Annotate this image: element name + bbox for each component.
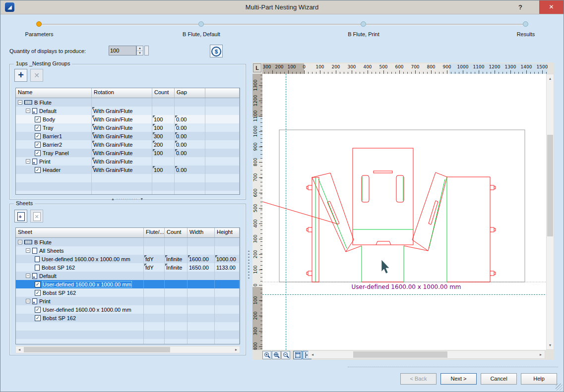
add-group-button[interactable]: +: [14, 69, 27, 82]
collapse-icon[interactable]: −: [18, 240, 22, 244]
show-sheet-margins-button[interactable]: [293, 351, 302, 359]
scroll-up-icon[interactable]: ▴: [547, 76, 554, 81]
column-header-count[interactable]: Count: [165, 228, 188, 237]
count-value[interactable]: Infinite: [166, 256, 182, 262]
collapse-icon[interactable]: −: [26, 248, 30, 253]
scroll-down-icon[interactable]: ▾: [547, 343, 554, 347]
cancel-button[interactable]: Cancel: [481, 373, 517, 385]
gap-value[interactable]: 0.00: [176, 125, 187, 131]
flute-value[interactable]: fdY: [145, 265, 154, 271]
checkbox-checked-icon[interactable]: ✓: [35, 133, 41, 139]
zoom-in-button[interactable]: [262, 351, 271, 359]
column-header-sheet[interactable]: Sheet: [16, 228, 144, 237]
rotation-value[interactable]: With Grain/Flute: [93, 116, 132, 122]
collapse-icon[interactable]: −: [26, 299, 30, 303]
table-row-header-part[interactable]: ✓Header With Grain/Flute 100 0.00: [16, 166, 240, 174]
scrollbar-thumb[interactable]: [547, 135, 553, 236]
rotation-value[interactable]: With Grain/Flute: [93, 159, 132, 165]
count-value[interactable]: 100: [154, 116, 163, 122]
table-row-print[interactable]: −Print With Grain/Flute: [16, 157, 240, 166]
count-value[interactable]: 100: [154, 150, 163, 156]
table-row-tray[interactable]: ✓Tray With Grain/Flute 100 0.00: [16, 123, 240, 132]
checkbox-checked-icon[interactable]: ✓: [35, 125, 41, 131]
checkbox-checked-icon[interactable]: ✓: [35, 150, 41, 156]
table-row-user-defined-print[interactable]: ✓User-defined 1600.00 x 1000.00 mm: [16, 305, 240, 314]
count-value[interactable]: 200: [154, 142, 163, 148]
help-icon[interactable]: ?: [513, 0, 528, 14]
table-row-user-defined-default-selected[interactable]: ✓User-defined 1600.00 x 1000.00 mm: [16, 280, 240, 288]
checkbox-checked-icon[interactable]: ✓: [35, 290, 41, 296]
table-row-bflute[interactable]: −B Flute: [16, 98, 240, 107]
close-icon[interactable]: ✕: [539, 0, 564, 14]
vertical-ruler[interactable]: 1300 1200 1100 1000 900 800 700 600 500 …: [252, 74, 262, 350]
help-button[interactable]: Help: [521, 373, 557, 385]
width-value[interactable]: 1650.00: [189, 265, 209, 271]
step-dot-bflute-default[interactable]: [198, 21, 204, 27]
column-header-rotation[interactable]: Rotation: [92, 88, 152, 98]
rotation-value[interactable]: With Grain/Flute: [93, 150, 132, 156]
splitter-collapse-down-icon[interactable]: ▼: [140, 197, 143, 201]
back-button[interactable]: < Back: [400, 373, 437, 385]
column-header-width[interactable]: Width: [188, 228, 215, 237]
splitter-collapse-up-icon[interactable]: ▲: [111, 197, 115, 201]
step-dot-bflute-print[interactable]: [361, 21, 366, 27]
column-header-height[interactable]: Height: [215, 228, 240, 237]
collapse-icon[interactable]: −: [26, 159, 30, 164]
scroll-left-icon[interactable]: ◂: [17, 347, 22, 352]
nesting-preview-canvas[interactable]: User-defined 1600.00 x 1000.00 mm: [262, 74, 548, 350]
panel-splitter-vertical[interactable]: [246, 62, 252, 360]
column-header-flute[interactable]: Flute/...: [144, 228, 165, 237]
sheets-table-hscrollbar[interactable]: ◂ ▸: [15, 346, 240, 353]
column-header-name[interactable]: Name: [16, 88, 92, 98]
count-value[interactable]: Infinite: [166, 265, 182, 271]
table-row-tray-panel[interactable]: ✓Tray Panel With Grain/Flute 100 0.00: [16, 149, 240, 157]
interactive-zoom-button[interactable]: [272, 351, 281, 359]
width-value[interactable]: 1600.00: [189, 256, 209, 262]
checkbox-checked-icon[interactable]: ✓: [35, 116, 41, 122]
checkbox-checked-icon[interactable]: ✓: [35, 307, 41, 313]
collapse-icon[interactable]: −: [18, 100, 22, 105]
cost-button[interactable]: $: [210, 45, 223, 57]
table-row-bobst-default[interactable]: ✓Bobst SP 162: [16, 288, 240, 297]
step-dot-results[interactable]: [523, 21, 528, 27]
delete-sheet-button[interactable]: ✕: [30, 210, 43, 223]
count-value[interactable]: 300: [154, 133, 163, 139]
column-header-count[interactable]: Count: [152, 88, 175, 98]
table-row-barrier1[interactable]: ✓Barrier1 With Grain/Flute 300 0.00: [16, 132, 240, 140]
table-row-print[interactable]: −Print: [16, 297, 240, 305]
canvas-hscrollbar[interactable]: ◂ ▸: [308, 350, 545, 359]
gap-value[interactable]: 0.00: [176, 142, 187, 148]
gap-value[interactable]: 0.00: [176, 133, 187, 139]
rotation-value[interactable]: With Grain/Flute: [93, 133, 132, 139]
height-value[interactable]: 1133.00: [216, 265, 236, 271]
column-header-gap[interactable]: Gap: [175, 88, 205, 98]
table-row-default[interactable]: −Default: [16, 272, 240, 280]
rotation-value[interactable]: With Grain/Flute: [93, 142, 132, 148]
gap-value[interactable]: 0.00: [176, 116, 187, 122]
scrollbar-thumb[interactable]: [24, 347, 170, 352]
flute-value[interactable]: fdY: [145, 256, 154, 262]
quantity-input[interactable]: [109, 46, 136, 56]
height-value[interactable]: 1000.00: [216, 256, 236, 262]
count-value[interactable]: 100: [154, 125, 163, 131]
nesting-table-header[interactable]: Name Rotation Count Gap: [16, 88, 240, 98]
table-row-default[interactable]: −Default With Grain/Flute: [16, 107, 240, 115]
spin-up-icon[interactable]: ▲: [137, 46, 143, 51]
rotation-value[interactable]: With Grain/Flute: [93, 125, 132, 131]
delete-group-button[interactable]: ✕: [30, 69, 43, 82]
table-row-user-defined-all[interactable]: User-defined 1600.00 x 1000.00 mm fdY In…: [16, 255, 240, 263]
scroll-right-icon[interactable]: ▸: [234, 347, 239, 352]
add-sheet-button[interactable]: +: [14, 210, 27, 223]
spin-down-icon[interactable]: ▼: [137, 51, 143, 56]
panel-splitter-horizontal[interactable]: ▲ ·········· ▼: [9, 197, 245, 201]
table-row-bflute[interactable]: −B Flute: [16, 238, 240, 246]
table-row-all-sheets[interactable]: −All Sheets: [16, 246, 240, 255]
checkbox-checked-icon[interactable]: ✓: [35, 315, 41, 321]
checkbox-checked-icon[interactable]: ✓: [35, 281, 41, 287]
table-row-barrier2[interactable]: ✓Barrier2 With Grain/Flute 200 0.00: [16, 140, 240, 149]
quantity-spin-buttons[interactable]: ▲ ▼: [136, 46, 143, 56]
sheets-table-header[interactable]: Sheet Flute/... Count Width Height: [16, 228, 240, 238]
scrollbar-thumb[interactable]: [353, 351, 447, 358]
gap-value[interactable]: 0.00: [176, 150, 187, 156]
table-row-bobst-print[interactable]: ✓Bobst SP 162: [16, 314, 240, 322]
